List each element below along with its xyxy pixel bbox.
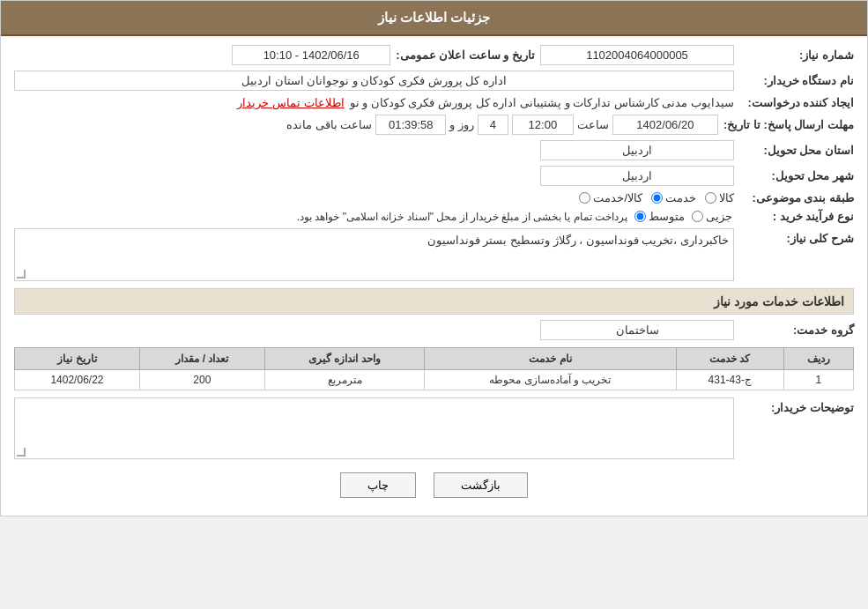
description-label: شرح کلی نیاز: [739, 228, 854, 245]
need-number-value: 1102004064000005 [540, 45, 734, 65]
service-group-value: ساختمان [540, 320, 734, 340]
print-button[interactable]: چاپ [340, 472, 416, 498]
process-mottavasset-label: متوسط [649, 210, 685, 223]
cell-date: 1402/06/22 [15, 370, 140, 390]
col-date: تاریخ نیاز [15, 348, 140, 370]
deadline-label: مهلت ارسال پاسخ: تا تاریخ: [723, 118, 854, 131]
province-value: اردبیل [540, 140, 734, 160]
process-label: نوع فرآیند خرید : [739, 210, 854, 223]
category-option-kala[interactable]: کالا [705, 191, 734, 204]
back-button[interactable]: بازگشت [434, 472, 528, 498]
process-mottavasset-radio[interactable] [634, 211, 646, 222]
category-kala-radio[interactable] [705, 192, 716, 204]
process-jozii-label: جزیی [706, 210, 732, 223]
creator-value: سیدایوب مدنی کارشناس تدارکات و پشتیبانی … [350, 96, 734, 109]
deadline-date: 1402/06/20 [612, 115, 718, 135]
deadline-time-label: ساعت [577, 118, 609, 131]
category-kalakhedmat-radio[interactable] [579, 192, 590, 204]
buyer-org-label: نام دستگاه خریدار: [739, 74, 854, 87]
province-label: استان محل تحویل: [739, 144, 854, 157]
announce-date-value: 1402/06/16 - 10:10 [232, 45, 390, 65]
category-option-kala-khedmat[interactable]: کالا/خدمت [579, 191, 642, 204]
creator-label: ایجاد کننده درخواست: [739, 96, 854, 109]
category-kalakhedmat-label: کالا/خدمت [593, 191, 642, 204]
buyer-org-value: اداره کل پرورش فکری کودکان و نوجوانان اس… [14, 71, 734, 91]
deadline-remaining-label: ساعت باقی مانده [286, 118, 372, 131]
buyer-notes-label: توضیحات خریدار: [739, 397, 854, 414]
col-code: کد خدمت [676, 348, 783, 370]
category-khedmat-label: خدمت [665, 191, 696, 204]
resize-handle[interactable] [17, 270, 26, 279]
col-name: نام خدمت [425, 348, 676, 370]
category-option-khedmat[interactable]: خدمت [651, 191, 696, 204]
buttons-row: بازگشت چاپ [14, 472, 854, 498]
city-value: اردبیل [540, 166, 734, 186]
process-option-jozii[interactable]: جزیی [692, 210, 732, 223]
cell-quantity: 200 [139, 370, 264, 390]
city-label: شهر محل تحویل: [739, 169, 854, 182]
category-options: کالا خدمت کالا/خدمت [579, 191, 734, 204]
services-section-header: اطلاعات خدمات مورد نیاز [14, 288, 854, 315]
buyer-notes-box [14, 397, 734, 459]
deadline-days-label: روز و [449, 118, 474, 131]
cell-unit: مترمربع [264, 370, 425, 390]
process-option-mottavasset[interactable]: متوسط [634, 210, 685, 223]
announce-date-label: تاریخ و ساعت اعلان عمومی: [396, 48, 535, 62]
service-group-label: گروه خدمت: [739, 323, 854, 337]
deadline-days: 4 [478, 115, 508, 135]
process-note: پرداخت تمام یا بخشی از مبلغ خریدار از مح… [297, 211, 627, 223]
description-value: خاکبرداری ،تخریب فونداسیون ، رگلاژ وتسطی… [427, 234, 729, 247]
need-number-label: شماره نیاز: [739, 48, 854, 62]
table-row: 1ج-43-431تخریب و آماده‌سازی محوطهمترمربع… [15, 370, 854, 390]
creator-contact-link[interactable]: اطلاعات تماس خریدار [237, 96, 344, 109]
page-title: جزئیات اطلاعات نیاز [1, 1, 867, 36]
cell-name: تخریب و آماده‌سازی محوطه [425, 370, 676, 390]
process-jozii-radio[interactable] [692, 211, 703, 222]
category-kala-label: کالا [719, 191, 734, 204]
deadline-remaining: 01:39:58 [375, 115, 446, 135]
deadline-time: 12:00 [512, 115, 574, 135]
category-label: طبقه بندی موضوعی: [739, 191, 854, 204]
cell-row: 1 [783, 370, 853, 390]
col-unit: واحد اندازه گیری [264, 348, 425, 370]
col-quantity: تعداد / مقدار [139, 348, 264, 370]
cell-code: ج-43-431 [676, 370, 783, 390]
notes-resize-handle[interactable] [17, 448, 26, 457]
col-row: ردیف [783, 348, 853, 370]
category-khedmat-radio[interactable] [651, 192, 663, 204]
description-box: خاکبرداری ،تخریب فونداسیون ، رگلاژ وتسطی… [14, 228, 734, 281]
services-table: ردیف کد خدمت نام خدمت واحد اندازه گیری ت… [14, 347, 854, 390]
